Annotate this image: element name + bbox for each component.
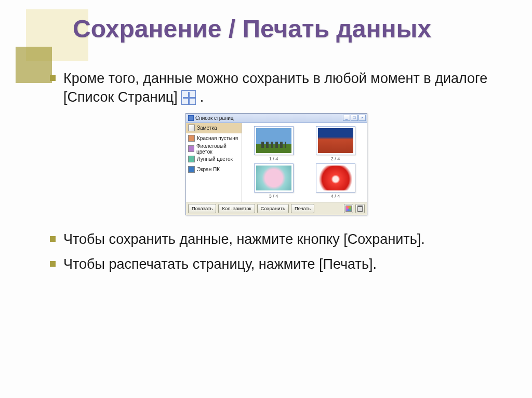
show-button[interactable]: Показать <box>188 204 216 213</box>
print-button[interactable]: Печать <box>291 204 314 213</box>
bullet-list: Кроме того, данные можно сохранить в люб… <box>47 69 506 107</box>
window-icon <box>188 115 194 121</box>
dialog-titlebar: Список страниц _ □ × <box>186 114 367 123</box>
page-list-dialog: Список страниц _ □ × Заметка Красная <box>185 113 367 215</box>
thumbnail-cell[interactable]: 3 / 4 <box>254 163 294 199</box>
thumbnail-grid: 1 / 4 2 / 4 3 / 4 4 / 4 <box>244 126 365 199</box>
thumbnail-cell[interactable]: 4 / 4 <box>316 163 355 199</box>
thumbnail-image <box>256 166 291 190</box>
note-icon <box>188 125 195 131</box>
maximize-button[interactable]: □ <box>351 115 358 121</box>
colors-icon <box>345 205 352 212</box>
bullet-text: Чтобы распечатать страницу, нажмите [Печ… <box>63 256 377 272</box>
close-button[interactable]: × <box>358 115 366 121</box>
thumbnail-label: 1 / 4 <box>254 156 294 161</box>
dialog-button-bar: Показать Кол. заметок Сохранить Печать <box>186 202 367 215</box>
sidebar-item-label: Экран ПК <box>197 167 220 172</box>
thumbnail-cell[interactable]: 1 / 4 <box>254 126 294 161</box>
sidebar-item-label: Лунный цветок <box>197 156 233 162</box>
slide: Сохранение / Печать данных Кроме того, д… <box>0 0 532 398</box>
bullet-item: Чтобы распечатать страницу, нажмите [Печ… <box>47 255 506 273</box>
minimize-button[interactable]: _ <box>343 115 350 121</box>
thumbnail-icon <box>188 135 195 142</box>
sidebar-item-label: Заметка <box>197 125 217 131</box>
bullet-list: Чтобы сохранить данные, нажмите кнопку [… <box>47 230 506 274</box>
dialog-title: Список страниц <box>195 115 234 121</box>
trash-icon <box>357 205 363 212</box>
thumbnail-image <box>256 128 291 153</box>
window-buttons: _ □ × <box>343 115 366 121</box>
thumbnail-icon <box>188 156 195 162</box>
color-settings-button[interactable] <box>344 204 353 213</box>
thumbnail-label: 4 / 4 <box>316 194 355 199</box>
thumbnail-icon <box>188 166 195 173</box>
sidebar-item[interactable]: Фиолетовый цветок <box>186 144 242 154</box>
sidebar-item[interactable]: Экран ПК <box>186 164 242 175</box>
bullet-item: Чтобы сохранить данные, нажмите кнопку [… <box>47 230 506 249</box>
slide-title: Сохранение / Печать данных <box>73 16 506 43</box>
thumbnail-image <box>318 128 353 153</box>
sidebar-item-label: Красная пустыня <box>197 135 238 141</box>
thumbnail-label: 3 / 4 <box>254 194 294 199</box>
rename-button[interactable]: Кол. заметок <box>218 204 255 213</box>
thumbnail-image <box>318 166 353 190</box>
dialog-screenshot: Список страниц _ □ × Заметка Красная <box>47 113 506 215</box>
thumbnail-icon <box>188 145 194 152</box>
bullet-text: Чтобы сохранить данные, нажмите кнопку [… <box>63 231 425 247</box>
bullet-item: Кроме того, данные можно сохранить в люб… <box>47 69 506 107</box>
sidebar-item[interactable]: Красная пустыня <box>186 133 242 144</box>
page-list-icon <box>181 90 196 105</box>
save-button[interactable]: Сохранить <box>257 204 289 213</box>
thumbnail-label: 2 / 4 <box>316 156 355 161</box>
dialog-main: 1 / 4 2 / 4 3 / 4 4 / 4 <box>242 123 367 202</box>
dialog-sidebar: Заметка Красная пустыня Фиолетовый цвето… <box>186 123 242 202</box>
delete-button[interactable] <box>355 204 365 213</box>
sidebar-item[interactable]: Заметка <box>186 123 242 133</box>
sidebar-item-label: Фиолетовый цветок <box>196 143 240 155</box>
bullet-text: Кроме того, данные можно сохранить в люб… <box>63 71 487 105</box>
sidebar-item[interactable]: Лунный цветок <box>186 154 242 164</box>
thumbnail-cell[interactable]: 2 / 4 <box>316 126 355 161</box>
